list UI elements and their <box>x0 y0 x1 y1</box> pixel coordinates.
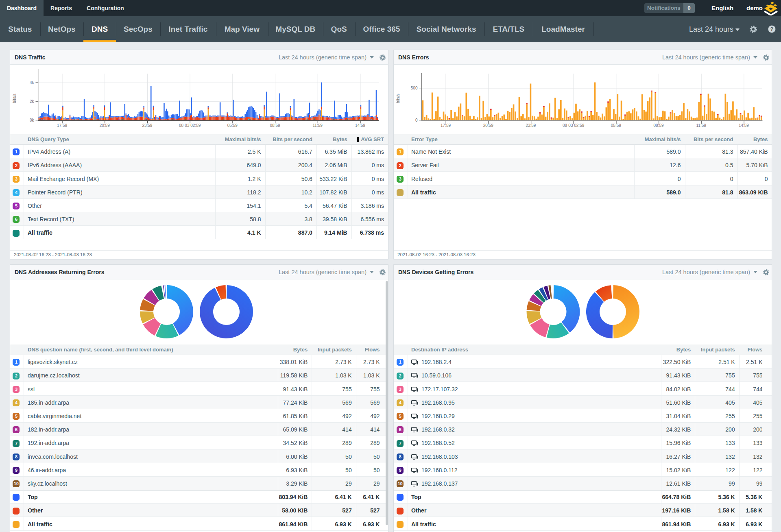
svg-text:08-03 02:59: 08-03 02:59 <box>179 123 201 128</box>
svg-text:08:59: 08:59 <box>653 123 663 128</box>
svg-text:14:59: 14:59 <box>355 123 365 128</box>
svg-text:23:59: 23:59 <box>142 123 152 128</box>
svg-text:11:59: 11:59 <box>313 123 323 128</box>
svg-text:bits/s: bits/s <box>12 94 17 103</box>
svg-text:0: 0 <box>415 118 418 122</box>
svg-text:17:59: 17:59 <box>57 123 67 128</box>
svg-text:0k: 0k <box>30 118 35 122</box>
svg-text:20:59: 20:59 <box>483 123 493 128</box>
svg-text:14:59: 14:59 <box>739 123 749 128</box>
svg-text:4k: 4k <box>30 81 35 85</box>
svg-text:?: ? <box>770 26 774 32</box>
svg-text:08-03 02:59: 08-03 02:59 <box>563 123 585 128</box>
svg-text:bits/s: bits/s <box>396 94 400 103</box>
svg-text:11:59: 11:59 <box>696 123 707 128</box>
svg-text:05:59: 05:59 <box>611 123 621 128</box>
svg-text:05:59: 05:59 <box>227 123 238 128</box>
svg-text:23:59: 23:59 <box>526 123 536 128</box>
svg-text:20:59: 20:59 <box>100 123 110 128</box>
svg-text:500: 500 <box>411 86 418 90</box>
svg-text:2k: 2k <box>30 99 35 104</box>
svg-text:17:59: 17:59 <box>441 123 451 128</box>
svg-text:08:59: 08:59 <box>270 123 280 128</box>
